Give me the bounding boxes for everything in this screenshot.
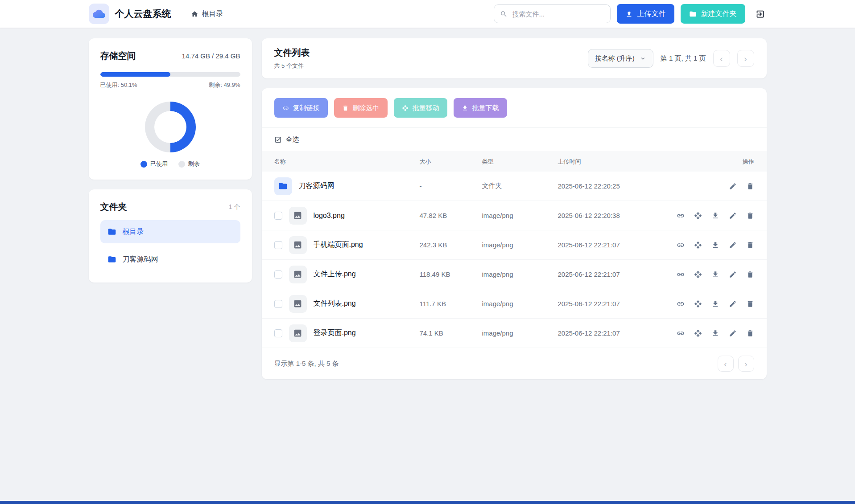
rename-button[interactable] xyxy=(729,241,737,249)
file-size: 242.3 KB xyxy=(420,241,482,249)
breadcrumb[interactable]: 根目录 xyxy=(191,9,223,19)
download-action[interactable] xyxy=(711,329,719,337)
delete-button[interactable] xyxy=(746,300,754,308)
new-folder-button[interactable]: 新建文件夹 xyxy=(681,4,745,24)
row-checkbox[interactable] xyxy=(274,241,282,249)
table-row: 刀客源码网 - 文件夹 2025-06-12 22:20:25 xyxy=(262,172,767,201)
file-size: 47.82 KB xyxy=(420,212,482,219)
download-icon xyxy=(711,241,719,249)
batch-move-button[interactable]: 批量移动 xyxy=(394,98,447,118)
file-time: 2025-06-12 22:21:07 xyxy=(558,300,687,307)
move-action[interactable] xyxy=(694,241,702,249)
home-icon xyxy=(191,10,198,18)
copy-link-action[interactable] xyxy=(677,270,685,279)
legend-used-dot xyxy=(140,161,147,168)
table-row: 文件上传.png 118.49 KB image/png 2025-06-12 … xyxy=(262,260,767,289)
trash-icon xyxy=(746,329,754,337)
file-type: image/png xyxy=(482,241,558,249)
bottom-edge-bar xyxy=(0,501,855,504)
logout-button[interactable] xyxy=(754,8,767,20)
sort-dropdown[interactable]: 按名称 (升序) xyxy=(588,49,653,68)
file-name[interactable]: 文件上传.png xyxy=(314,270,356,279)
storage-donut-chart xyxy=(145,102,196,152)
file-time: 2025-06-12 22:21:07 xyxy=(558,270,687,278)
folders-card: 文件夹 1 个 根目录 刀客源码网 xyxy=(89,189,252,283)
copy-link-action[interactable] xyxy=(677,329,685,337)
file-name[interactable]: 登录页面.png xyxy=(314,328,356,338)
file-list-card: 复制链接 删除选中 批量移动 批量下载 全选 xyxy=(262,88,767,379)
col-actions: 操作 xyxy=(687,158,754,166)
file-time: 2025-06-12 22:21:07 xyxy=(558,241,687,249)
pencil-icon xyxy=(729,329,737,337)
batch-download-button[interactable]: 批量下载 xyxy=(454,98,507,118)
download-icon xyxy=(711,212,719,220)
link-icon xyxy=(677,270,685,279)
delete-button[interactable] xyxy=(746,329,754,337)
footer-next-page-button[interactable]: › xyxy=(738,356,754,372)
download-action[interactable] xyxy=(711,212,719,220)
move-action[interactable] xyxy=(694,300,702,308)
file-name[interactable]: 手机端页面.png xyxy=(314,240,363,250)
row-checkbox[interactable] xyxy=(274,300,282,308)
footer-prev-page-button[interactable]: ‹ xyxy=(718,356,734,372)
row-checkbox[interactable] xyxy=(274,329,282,337)
link-icon xyxy=(677,329,685,337)
copy-link-action[interactable] xyxy=(677,241,685,249)
storage-progress-fill xyxy=(100,72,170,77)
download-action[interactable] xyxy=(711,241,719,249)
copy-link-button[interactable]: 复制链接 xyxy=(274,98,328,118)
move-arrows-icon xyxy=(694,270,702,279)
upload-file-button[interactable]: 上传文件 xyxy=(617,4,674,24)
delete-button[interactable] xyxy=(746,241,754,249)
rename-button[interactable] xyxy=(729,270,737,279)
prev-page-button[interactable]: ‹ xyxy=(713,50,730,67)
folder-type-icon xyxy=(274,177,292,195)
chevron-down-icon xyxy=(640,55,646,62)
file-list-title: 文件列表 xyxy=(274,47,310,59)
legend-used-label: 已使用 xyxy=(150,160,168,168)
delete-button[interactable] xyxy=(746,182,754,190)
delete-selected-button[interactable]: 删除选中 xyxy=(334,98,388,118)
row-checkbox[interactable] xyxy=(274,270,282,279)
move-action[interactable] xyxy=(694,212,702,220)
pencil-icon xyxy=(729,212,737,220)
storage-card: 存储空间 14.74 GB / 29.4 GB 已使用: 50.1% 剩余: 4… xyxy=(89,38,252,180)
move-action[interactable] xyxy=(694,329,702,337)
next-page-button[interactable]: › xyxy=(737,50,754,67)
image-file-icon xyxy=(289,324,307,342)
file-time: 2025-06-12 22:21:07 xyxy=(558,329,687,337)
delete-selected-label: 删除选中 xyxy=(353,104,380,112)
search-input[interactable] xyxy=(512,10,604,18)
top-navbar: 个人云盘系统 根目录 上传文件 新建文件夹 xyxy=(0,0,855,28)
move-arrows-icon xyxy=(694,241,702,249)
delete-button[interactable] xyxy=(746,212,754,220)
copy-link-action[interactable] xyxy=(677,300,685,308)
rename-button[interactable] xyxy=(729,182,737,190)
row-checkbox[interactable] xyxy=(274,212,282,220)
file-name[interactable]: 文件列表.png xyxy=(314,299,356,308)
batch-toolbar: 复制链接 删除选中 批量移动 批量下载 xyxy=(262,88,767,128)
upload-arrow-icon xyxy=(625,10,633,18)
page-info: 第 1 页, 共 1 页 xyxy=(661,54,706,63)
copy-link-action[interactable] xyxy=(677,212,685,220)
sidebar-folder-root[interactable]: 根目录 xyxy=(100,220,240,243)
download-action[interactable] xyxy=(711,270,719,279)
copy-link-label: 复制链接 xyxy=(293,104,320,112)
rename-button[interactable] xyxy=(729,300,737,308)
pencil-icon xyxy=(729,300,737,308)
trash-icon xyxy=(746,182,754,190)
rename-button[interactable] xyxy=(729,329,737,337)
sidebar-folder-daoke[interactable]: 刀客源码网 xyxy=(100,248,240,271)
file-name[interactable]: 刀客源码网 xyxy=(299,181,335,191)
select-all-toggle[interactable]: 全选 xyxy=(262,128,767,152)
folders-title: 文件夹 xyxy=(100,201,127,213)
move-action[interactable] xyxy=(694,270,702,279)
rename-button[interactable] xyxy=(729,212,737,220)
file-type: image/png xyxy=(482,212,558,219)
file-type: image/png xyxy=(482,300,558,307)
download-action[interactable] xyxy=(711,300,719,308)
file-list-header-card: 文件列表 共 5 个文件 按名称 (升序) 第 1 页, 共 1 页 ‹ › xyxy=(262,38,767,78)
delete-button[interactable] xyxy=(746,270,754,279)
folder-icon xyxy=(107,227,116,236)
file-name[interactable]: logo3.png xyxy=(314,212,345,220)
